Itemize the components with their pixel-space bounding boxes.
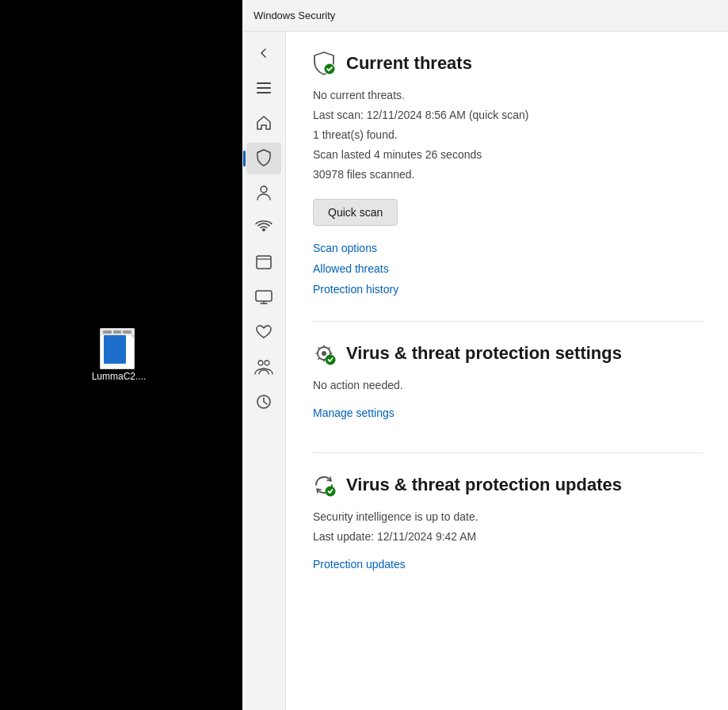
- protection-history-link[interactable]: Protection history: [313, 283, 703, 296]
- account-icon: [256, 184, 272, 204]
- virus-settings-icon: [311, 341, 337, 366]
- svg-rect-6: [256, 291, 272, 301]
- desktop-icon-label: LummaC2....: [92, 371, 147, 382]
- device-icon: [255, 290, 273, 307]
- last-update-text: Last update: 12/11/2024 9:42 AM: [313, 529, 703, 545]
- desktop: LummaC2....: [0, 0, 238, 710]
- virus-updates-icon: [311, 472, 337, 498]
- virus-updates-title: Virus & threat protection updates: [346, 475, 622, 495]
- home-icon: [256, 115, 272, 133]
- app-window: Windows Security: [242, 0, 728, 710]
- virus-updates-header: Virus & threat protection updates: [311, 472, 703, 498]
- divider-2: [311, 452, 703, 453]
- svg-point-15: [322, 351, 326, 356]
- current-threats-icon: [311, 51, 337, 76]
- virus-updates-status: Security intelligence is up to date.: [313, 509, 703, 525]
- sidebar-family-button[interactable]: [246, 352, 281, 384]
- current-threats-title: Current threats: [346, 53, 472, 74]
- virus-settings-status: No action needed.: [313, 377, 703, 394]
- threats-found-text: 1 threat(s) found.: [313, 127, 703, 143]
- files-scanned-text: 30978 files scanned.: [313, 166, 703, 183]
- current-threats-body: No current threats. Last scan: 12/11/202…: [311, 87, 703, 296]
- sidebar-firewall-button[interactable]: [246, 212, 281, 244]
- sidebar-account-button[interactable]: [246, 178, 281, 209]
- sidebar-home-button[interactable]: [246, 108, 281, 139]
- health-icon: [255, 324, 273, 342]
- scan-lasted-text: Scan lasted 4 minutes 26 seconds: [313, 147, 703, 163]
- app-body: Current threats No current threats. Last…: [242, 32, 728, 710]
- svg-point-3: [261, 186, 267, 193]
- menu-icon: [257, 82, 271, 96]
- sidebar: [242, 32, 286, 710]
- title-bar: Windows Security: [242, 0, 728, 32]
- divider-1: [311, 321, 703, 322]
- scan-options-link[interactable]: Scan options: [313, 242, 703, 254]
- virus-updates-section: Virus & threat protection updates Securi…: [311, 472, 703, 578]
- sidebar-device-button[interactable]: [246, 282, 281, 314]
- file-icon-image: [100, 328, 138, 366]
- svg-point-10: [265, 361, 269, 365]
- svg-rect-1: [257, 87, 271, 89]
- browser-icon: [256, 255, 272, 272]
- last-scan-text: Last scan: 12/11/2024 8:56 AM (quick sca…: [313, 107, 703, 124]
- virus-settings-header: Virus & threat protection settings: [311, 341, 703, 366]
- sidebar-menu-button[interactable]: [246, 73, 281, 105]
- sidebar-history-button[interactable]: [246, 387, 281, 418]
- current-threats-section: Current threats No current threats. Last…: [311, 51, 703, 296]
- current-threats-header: Current threats: [311, 51, 703, 76]
- virus-updates-body: Security intelligence is up to date. Las…: [311, 509, 703, 578]
- desktop-icon-lummac2[interactable]: LummaC2....: [92, 328, 147, 382]
- no-threats-text: No current threats.: [313, 87, 703, 104]
- svg-rect-2: [257, 92, 271, 94]
- svg-point-9: [258, 361, 263, 365]
- history-icon: [256, 394, 272, 412]
- svg-rect-0: [257, 82, 271, 84]
- sidebar-shield-button[interactable]: [246, 143, 281, 174]
- svg-rect-4: [257, 256, 271, 269]
- manage-settings-link[interactable]: Manage settings: [313, 407, 394, 419]
- app-title: Windows Security: [253, 10, 335, 21]
- virus-settings-body: No action needed. Manage settings: [311, 377, 703, 427]
- sidebar-browser-button[interactable]: [246, 247, 281, 279]
- sidebar-back-button[interactable]: [246, 38, 281, 70]
- protection-updates-link[interactable]: Protection updates: [313, 558, 406, 571]
- sidebar-health-button[interactable]: [246, 317, 281, 349]
- allowed-threats-link[interactable]: Allowed threats: [313, 262, 703, 275]
- quick-scan-button[interactable]: Quick scan: [313, 199, 398, 226]
- back-icon: [257, 47, 270, 62]
- family-icon: [254, 359, 273, 377]
- virus-settings-section: Virus & threat protection settings No ac…: [311, 341, 703, 427]
- shield-icon: [256, 149, 272, 169]
- main-content: Current threats No current threats. Last…: [286, 32, 728, 710]
- virus-settings-title: Virus & threat protection settings: [346, 343, 622, 364]
- wireless-icon: [255, 220, 273, 237]
